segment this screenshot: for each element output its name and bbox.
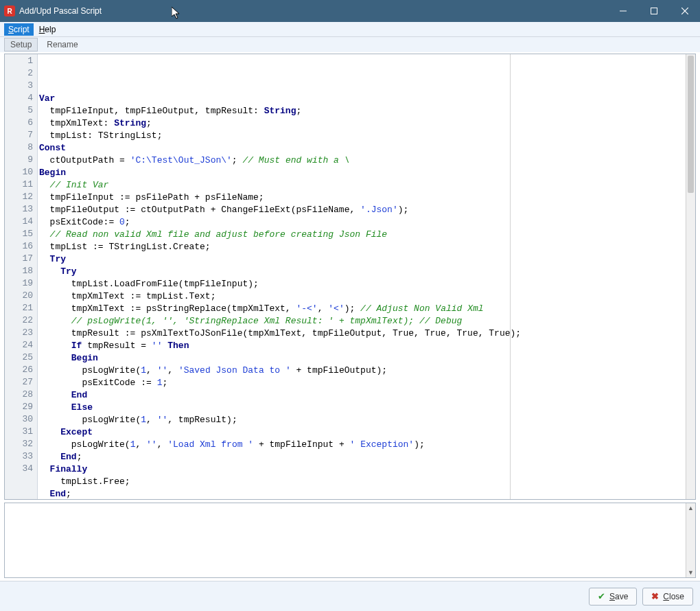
- menu-bar: ScriptHelp: [0, 22, 700, 37]
- check-icon: ✔: [598, 591, 605, 601]
- editor-scrollbar[interactable]: [686, 54, 695, 499]
- code-line[interactable]: Else: [39, 402, 686, 414]
- code-line[interactable]: End: [39, 389, 686, 402]
- code-line[interactable]: Except: [39, 426, 686, 439]
- code-line[interactable]: tmpFileInput := psFilePath + psFileName;: [39, 192, 686, 204]
- bottom-button-bar: ✔ Save ✖ Close: [0, 581, 700, 611]
- minimize-icon: [620, 8, 627, 14]
- code-line[interactable]: Try: [39, 253, 686, 266]
- toolbar: SetupRename: [0, 37, 700, 52]
- code-line[interactable]: tmpXmlText := psStringReplace(tmpXmlText…: [39, 303, 686, 315]
- save-button[interactable]: ✔ Save: [589, 588, 637, 606]
- maximize-icon: [651, 8, 657, 14]
- maximize-button[interactable]: [638, 0, 669, 22]
- code-line[interactable]: tmpXmlText := tmpList.Text;: [39, 290, 686, 303]
- code-line[interactable]: psLogWrite(1, '', tmpResult);: [39, 414, 686, 426]
- code-line[interactable]: End;: [39, 451, 686, 463]
- code-line[interactable]: Finally: [39, 463, 686, 476]
- code-line[interactable]: tmpFileInput, tmpFileOutput, tmpResult: …: [39, 105, 686, 117]
- code-line[interactable]: tmpFileOutput := ctOutputPath + ChangeFi…: [39, 204, 686, 216]
- code-line[interactable]: Const: [39, 142, 686, 154]
- code-line[interactable]: Try: [39, 266, 686, 278]
- code-area[interactable]: Var tmpFileInput, tmpFileOutput, tmpResu…: [38, 54, 686, 499]
- code-line[interactable]: Begin: [39, 352, 686, 365]
- output-panel[interactable]: ▲ ▼: [4, 503, 696, 578]
- window-title: Add/Upd Pascal Script: [19, 6, 102, 16]
- code-line[interactable]: tmpList: TStringList;: [39, 130, 686, 142]
- close-button-label: Close: [663, 592, 684, 601]
- line-number-gutter: 1234567891011121314151617181920212223242…: [5, 54, 38, 499]
- code-line[interactable]: Var: [39, 93, 686, 105]
- scroll-up-icon[interactable]: ▲: [688, 505, 694, 511]
- minimize-button[interactable]: [607, 0, 638, 22]
- close-button[interactable]: ✖ Close: [642, 588, 693, 606]
- svg-rect-1: [651, 8, 657, 14]
- code-line[interactable]: // Init Var: [39, 179, 686, 192]
- toolbar-rename[interactable]: Rename: [40, 38, 84, 51]
- menu-help[interactable]: Help: [35, 23, 60, 36]
- code-line[interactable]: tmpList.Free;: [39, 476, 686, 488]
- toolbar-setup[interactable]: Setup: [4, 38, 38, 51]
- save-button-label: Save: [609, 592, 628, 601]
- code-line[interactable]: // psLogWrite(1, '', 'StringReplace Xml …: [39, 315, 686, 327]
- title-bar: R Add/Upd Pascal Script: [0, 0, 700, 22]
- code-line[interactable]: tmpXmlText: String;: [39, 117, 686, 130]
- code-line[interactable]: tmpList.LoadFromFile(tmpFileInput);: [39, 278, 686, 290]
- code-line[interactable]: tmpResult := psXmlTextToJSonFile(tmpXmlT…: [39, 327, 686, 340]
- code-line[interactable]: psExitCode := 1;: [39, 377, 686, 389]
- code-line[interactable]: psLogWrite(1, '', 'Load Xml from ' + tmp…: [39, 439, 686, 451]
- code-line[interactable]: ctOutputPath = 'C:\Test\Out_JSon\'; // M…: [39, 154, 686, 167]
- code-line[interactable]: End;: [39, 488, 686, 499]
- code-line[interactable]: If tmpResult = '' Then: [39, 340, 686, 352]
- app-icon: R: [4, 5, 15, 16]
- scroll-down-icon[interactable]: ▼: [688, 569, 694, 576]
- cross-icon: ✖: [651, 591, 659, 601]
- output-scrollbar[interactable]: ▲ ▼: [686, 503, 695, 577]
- code-line[interactable]: // Read non valid Xml file and adjust be…: [39, 229, 686, 241]
- menu-script[interactable]: Script: [4, 23, 34, 36]
- code-line[interactable]: Begin: [39, 167, 686, 179]
- code-editor[interactable]: 1234567891011121314151617181920212223242…: [4, 54, 696, 500]
- code-line[interactable]: psExitCode:= 0;: [39, 216, 686, 229]
- close-window-button[interactable]: [669, 0, 700, 22]
- code-line[interactable]: psLogWrite(1, '', 'Saved Json Data to ' …: [39, 365, 686, 377]
- close-icon: [681, 8, 688, 14]
- cursor-icon: [172, 7, 183, 21]
- code-line[interactable]: tmpList := TStringList.Create;: [39, 241, 686, 253]
- print-margin-ruler: [510, 54, 511, 499]
